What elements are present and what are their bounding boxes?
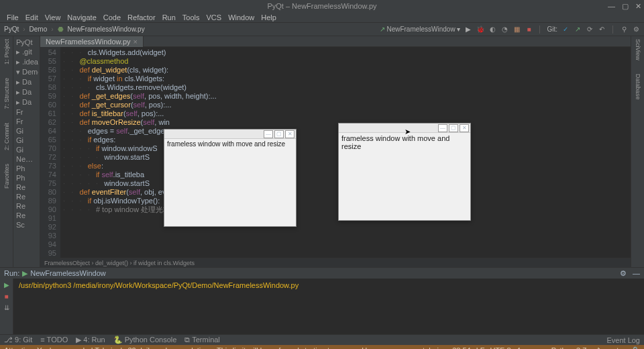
run-config-selector[interactable]: ↗ NewFramelessWindow ▾ [380,26,461,33]
menu-navigate[interactable]: Navigate [64,13,99,21]
tree-item[interactable]: Fr [15,117,38,126]
settings-icon[interactable]: ⚙ [632,26,640,34]
demo1-max-button[interactable]: ▢ [274,130,284,138]
python-console-tool[interactable]: 🐍 Python Console [113,336,177,344]
tree-item[interactable]: Gi [15,126,38,136]
git-rollback-icon[interactable]: ↶ [598,26,606,34]
tree-item[interactable]: Ph [15,164,38,173]
nav-project[interactable]: PyQt [4,26,19,33]
close-tab-icon[interactable]: × [133,38,138,46]
tree-item[interactable]: Re [15,201,38,211]
status-caret-pos[interactable]: 38:54 [452,346,471,350]
demo-window-1[interactable]: — ▢ ✕ frameless window with move and res… [164,129,297,227]
menu-refactor[interactable]: Refactor [125,13,158,21]
event-log-tool[interactable]: Event Log [606,336,640,344]
tree-item[interactable]: ▸ Da [15,87,38,97]
bottom-tool-row: ⎇ 9: Git ≡ TODO ▶ 4: Run 🐍 Python Consol… [0,334,644,345]
run-panel-body: ▶ ■ ⇊ /usr/bin/python3 /media/irony/Work… [0,279,644,334]
tree-item[interactable]: Re [15,192,38,201]
profile-button[interactable]: ◔ [500,26,508,34]
tree-item[interactable]: Ne… [15,154,38,164]
tree-item[interactable]: Gi [15,145,38,154]
project-tree[interactable]: PyQt ▸ .git ▸ .idea ▾ Demo ▸ Da ▸ Da ▸ D… [13,36,40,267]
demo2-max-button[interactable]: ▢ [449,124,458,132]
demo1-close-button[interactable]: ✕ [285,130,294,138]
debug-button[interactable]: 🐞 [476,26,484,34]
demo1-titlebar[interactable]: — ▢ ✕ [164,130,296,139]
menu-view[interactable]: View [42,13,64,21]
tree-item[interactable]: ▸ .idea [15,57,38,67]
git-update-icon[interactable]: ✓ [561,26,570,34]
tree-item[interactable]: PyQt [15,38,38,47]
status-lock-icon[interactable]: 🔒 [631,346,640,350]
tree-item[interactable]: Re [15,183,38,192]
run-panel-header: Run: ▶ NewFramelessWindow ⚙ — [0,268,644,279]
status-tabnine[interactable]: tabnine [423,346,447,350]
demo2-close-button[interactable]: ✕ [460,124,469,132]
terminal-tool[interactable]: ⧉ Terminal [184,336,219,344]
run-hide-icon[interactable]: — [633,269,640,277]
nav-folder[interactable]: Demo [30,26,48,33]
menu-tools[interactable]: Tools [180,13,203,21]
code-breadcrumb[interactable]: FramelessObject › del_widget() › if widg… [40,258,631,267]
tree-item[interactable]: ▸ Da [15,77,38,87]
close-icon[interactable]: ✕ [635,2,641,11]
rerun-button[interactable]: ▶ [4,281,9,289]
status-encoding[interactable]: UTF-8 [490,346,511,350]
run-output[interactable]: /usr/bin/python3 /media/irony/Work/Works… [13,279,644,334]
stop-run-button[interactable]: ■ [4,293,8,300]
menu-code[interactable]: Code [101,13,123,21]
tree-item[interactable]: Re [15,211,38,220]
editor-area: NewFramelessWindow.py × 5455565758596061… [40,36,631,267]
demo-window-2[interactable]: — ▢ ✕ frameless window with move and res… [338,123,471,221]
tree-item[interactable]: Sc [15,220,38,230]
run-layout-icon[interactable]: ⇊ [4,304,9,311]
run-button[interactable]: ▶ [464,26,472,34]
tree-item[interactable]: ▾ Demo [15,67,38,77]
stop-button[interactable]: ■ [525,26,533,34]
menu-run[interactable]: Run [160,13,178,21]
status-indent[interactable]: 4 spaces [517,346,546,350]
git-history-icon[interactable]: ⟳ [586,26,594,34]
git-push-icon[interactable]: ↗ [574,26,582,34]
tool-structure[interactable]: 7: Structure [3,78,10,109]
demo1-min-button[interactable]: — [264,130,273,138]
editor-tab-active[interactable]: NewFramelessWindow.py × [40,36,144,47]
tool-favorites[interactable]: Favorites [3,164,10,189]
menu-edit[interactable]: Edit [23,13,41,21]
vcs-tool-icon[interactable]: ⎇ 9: Git [4,336,32,344]
coverage-button[interactable]: ◐ [488,26,496,34]
menu-vcs[interactable]: VCS [204,13,225,21]
maximize-icon[interactable]: ▢ [622,2,629,11]
tree-item[interactable]: ▸ .git [15,47,38,57]
run-panel-tab[interactable]: NewFramelessWindow [30,269,105,277]
tool-sciview[interactable]: SciView [635,39,641,60]
nav-file[interactable]: NewFramelessWindow.py [68,26,145,33]
search-everywhere-icon[interactable]: ⚲ [620,26,628,34]
editor-body: 5455565758596061626465707273747580899091… [40,47,631,258]
menu-window[interactable]: Window [225,13,257,21]
minimize-icon[interactable]: — [608,2,615,11]
run-panel: Run: ▶ NewFramelessWindow ⚙ — ▶ ■ ⇊ /usr… [0,267,644,334]
run-settings-icon[interactable]: ⚙ [620,269,627,277]
tool-database[interactable]: Database [635,74,641,100]
tool-project[interactable]: 1: Project [3,39,10,64]
menu-file[interactable]: File [4,13,21,21]
status-message[interactable]: Attention: You've exceeded Tabnine's 30 … [4,346,393,349]
tree-item[interactable]: ▸ Da [15,97,38,107]
demo2-min-button[interactable]: — [438,124,447,132]
tree-item[interactable]: Fr [15,107,38,117]
tree-item[interactable]: Gi [15,136,38,145]
status-python[interactable]: Python 3.7 [551,346,587,350]
left-tool-strip: 1: Project 7: Structure 2: Commit Favori… [0,36,13,267]
menu-help[interactable]: Help [258,13,279,21]
tool-commit[interactable]: 2: Commit [3,123,10,150]
main-area: 1: Project 7: Structure 2: Commit Favori… [0,36,644,267]
concurrent-button[interactable]: ▦ [513,26,521,34]
git-label: Git: [547,26,557,33]
tree-item[interactable]: Ph [15,173,38,183]
status-line-sep[interactable]: LF [476,346,485,350]
status-branch[interactable]: ⎇ master [592,346,625,350]
run-tool[interactable]: ▶ 4: Run [76,336,105,344]
todo-tool[interactable]: ≡ TODO [40,336,68,344]
